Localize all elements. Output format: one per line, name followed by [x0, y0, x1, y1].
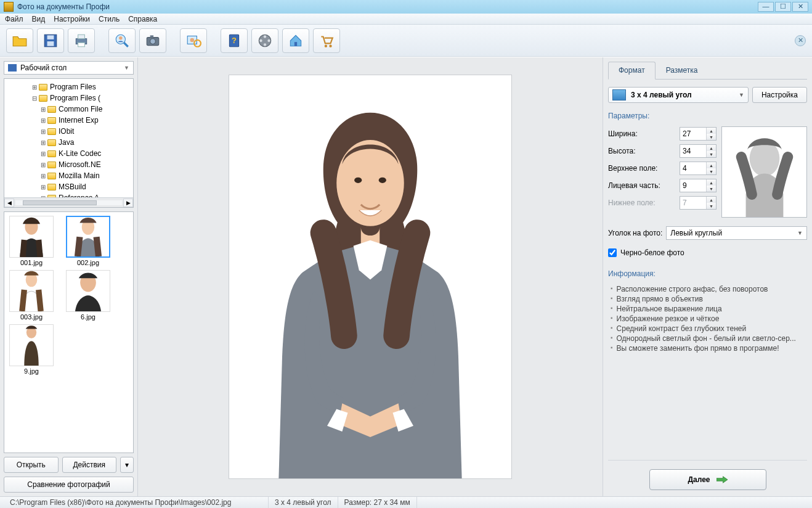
- thumbnail-label: 6.jpg: [81, 313, 95, 321]
- thumbnail-item[interactable]: 003.jpg: [7, 270, 56, 321]
- info-item: Средний контраст без глубоких теней: [611, 324, 807, 334]
- spin-up-icon[interactable]: ▲: [707, 145, 716, 151]
- thumbnail-item[interactable]: 9.jpg: [7, 324, 56, 375]
- thumbnail-image: [9, 216, 54, 258]
- tree-node[interactable]: ⊞Microsoft.NE: [6, 159, 132, 170]
- param-top-input[interactable]: [680, 162, 706, 174]
- param-face-input[interactable]: [680, 179, 706, 192]
- open-button[interactable]: Открыть: [4, 457, 59, 473]
- thumbnail-image: [66, 270, 110, 312]
- tree-node-label: Java: [59, 138, 74, 147]
- toolbar-help-button[interactable]: ?: [221, 28, 248, 53]
- tab-layout[interactable]: Разметка: [656, 62, 708, 80]
- param-height-spinner[interactable]: ▲▼: [680, 144, 717, 158]
- tree-twisty-icon[interactable]: ⊞: [40, 173, 46, 179]
- spin-down-icon[interactable]: ▼: [707, 168, 716, 174]
- folder-tree: ⊞Program Files⊟Program Files (⊞Common Fi…: [4, 78, 134, 208]
- spin-down-icon[interactable]: ▼: [707, 186, 716, 192]
- param-face-spinner[interactable]: ▲▼: [680, 179, 717, 192]
- tree-node[interactable]: ⊞Common File: [6, 104, 132, 115]
- format-preview-thumbnail: [721, 126, 807, 218]
- toolbar-camera-button[interactable]: [139, 28, 166, 53]
- workspace-dropdown[interactable]: Рабочий стол ▼: [4, 61, 134, 75]
- thumbnail-image: [66, 216, 110, 258]
- tree-node[interactable]: ⊞Internet Exp: [6, 115, 132, 126]
- arrow-right-icon: [717, 475, 728, 484]
- menu-settings[interactable]: Настройки: [54, 15, 90, 23]
- menu-help[interactable]: Справка: [128, 15, 157, 23]
- format-settings-button[interactable]: Настройка: [752, 87, 807, 103]
- tree-twisty-icon[interactable]: ⊞: [40, 128, 46, 135]
- thumbnail-item[interactable]: 6.jpg: [63, 270, 113, 321]
- actions-button[interactable]: Действия: [62, 457, 117, 473]
- param-width-spinner[interactable]: ▲▼: [680, 127, 717, 141]
- toolbar-print-button[interactable]: [68, 28, 95, 53]
- toolbar-zoom-button[interactable]: [108, 28, 136, 53]
- right-panel: Формат Разметка 3 x 4 левый угол ▼ Настр…: [603, 57, 812, 496]
- tree-node[interactable]: ⊞Java: [6, 137, 132, 148]
- thumbnail-item[interactable]: 001.jpg: [7, 216, 56, 266]
- tree-node[interactable]: ⊟Program Files (: [6, 92, 132, 104]
- photo-canvas[interactable]: [229, 75, 512, 479]
- compare-photos-button[interactable]: Сравнение фотографий: [4, 477, 134, 493]
- toolbar-open-button[interactable]: [6, 28, 33, 53]
- tree-twisty-icon[interactable]: ⊞: [40, 117, 46, 124]
- toolbar-cart-button[interactable]: [313, 28, 340, 53]
- close-button[interactable]: ✕: [792, 2, 808, 12]
- svg-point-18: [264, 35, 266, 38]
- tree-horizontal-scrollbar[interactable]: ◀ ▶: [4, 197, 133, 207]
- tree-twisty-icon[interactable]: ⊞: [40, 139, 46, 146]
- tree-twisty-icon[interactable]: ⊞: [40, 184, 46, 190]
- svg-point-19: [267, 39, 270, 42]
- menu-file[interactable]: Файл: [5, 15, 23, 23]
- chevron-down-icon: ▼: [739, 92, 744, 98]
- minimize-button[interactable]: —: [758, 2, 774, 12]
- maximize-button[interactable]: ☐: [775, 2, 791, 12]
- menu-view[interactable]: Вид: [32, 15, 46, 23]
- thumbnail-grid: 001.jpg002.jpg003.jpg6.jpg9.jpg: [4, 211, 134, 453]
- toolbar-save-button[interactable]: [37, 28, 64, 53]
- tree-node[interactable]: ⊞K-Lite Codec: [6, 148, 132, 159]
- close-right-panel-button[interactable]: ✕: [795, 35, 806, 46]
- menu-style[interactable]: Стиль: [99, 15, 120, 23]
- bw-photo-checkbox[interactable]: [608, 248, 617, 257]
- tree-twisty-icon[interactable]: ⊞: [40, 150, 46, 157]
- svg-point-32: [354, 178, 362, 183]
- folder-icon: [47, 173, 56, 179]
- param-top-label: Верхнее поле:: [608, 164, 680, 173]
- param-top-spinner[interactable]: ▲▼: [680, 162, 717, 175]
- tab-format[interactable]: Формат: [608, 62, 656, 80]
- actions-dropdown-button[interactable]: ▾: [120, 457, 134, 473]
- next-button[interactable]: Далее: [649, 469, 766, 490]
- tree-twisty-icon[interactable]: ⊞: [31, 84, 38, 91]
- param-width-input[interactable]: [680, 128, 706, 140]
- spin-up-icon[interactable]: ▲: [707, 128, 716, 134]
- tree-node[interactable]: ⊞Mozilla Main: [6, 170, 132, 181]
- svg-line-8: [124, 43, 128, 47]
- spin-up-icon[interactable]: ▲: [707, 179, 716, 186]
- svg-rect-4: [78, 35, 85, 39]
- scroll-left-button[interactable]: ◀: [4, 199, 14, 207]
- tree-node[interactable]: ⊞MSBuild: [6, 181, 132, 192]
- spin-up-icon[interactable]: ▲: [707, 162, 716, 168]
- tabs: Формат Разметка: [608, 61, 807, 80]
- home-icon: [288, 33, 304, 49]
- format-select[interactable]: 3 x 4 левый угол ▼: [608, 87, 749, 103]
- thumbnail-item[interactable]: 002.jpg: [63, 216, 113, 266]
- tree-node[interactable]: ⊞IObit: [6, 126, 132, 137]
- toolbar-retouch-button[interactable]: [180, 28, 207, 53]
- scroll-right-button[interactable]: ▶: [123, 199, 133, 207]
- toolbar-video-button[interactable]: [251, 28, 278, 53]
- scroll-thumb[interactable]: [23, 200, 97, 205]
- spin-down-icon[interactable]: ▼: [707, 134, 716, 140]
- corner-select[interactable]: Левый круглый ▼: [666, 226, 807, 240]
- tree-node[interactable]: ⊞Program Files: [6, 81, 132, 92]
- format-thumbnail-icon: [612, 89, 626, 100]
- tree-twisty-icon[interactable]: ⊞: [40, 106, 46, 113]
- param-height-input[interactable]: [680, 145, 706, 157]
- app-title: Фото на документы Профи: [17, 2, 758, 11]
- tree-twisty-icon[interactable]: ⊞: [40, 162, 46, 168]
- tree-twisty-icon[interactable]: ⊟: [31, 95, 38, 102]
- toolbar-home-button[interactable]: [282, 28, 309, 53]
- spin-down-icon[interactable]: ▼: [707, 151, 716, 157]
